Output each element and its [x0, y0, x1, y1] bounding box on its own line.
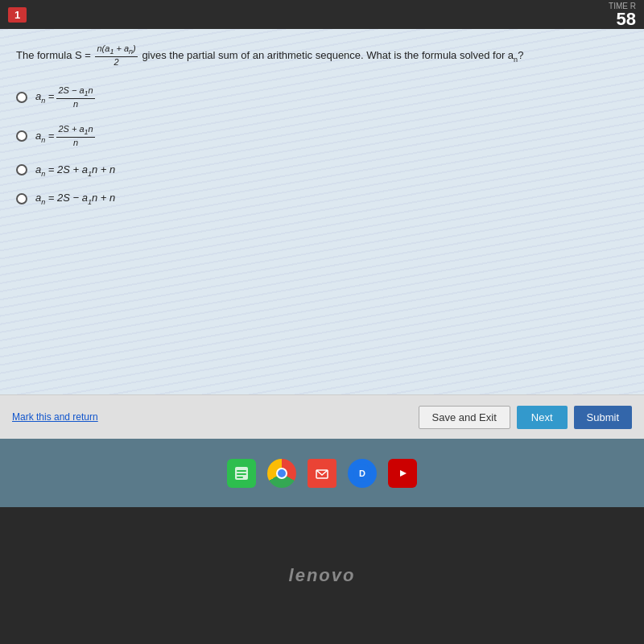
option-d-formula: an = 2S − a1n + n	[35, 192, 115, 206]
radio-a[interactable]	[16, 92, 27, 103]
options-list: an = 2S − a1n n an = 2S + a1n n	[16, 85, 628, 206]
mark-return-link[interactable]: Mark this and return	[12, 411, 98, 423]
option-c-formula: an = 2S + a1n + n	[35, 163, 115, 178]
question-area: The formula S = n(a1 + an) 2 gives the p…	[0, 29, 644, 394]
option-b-fraction: 2S + a1n n	[56, 124, 94, 148]
chrome-icon[interactable]	[267, 459, 296, 488]
radio-d[interactable]	[16, 193, 27, 204]
question-prefix: The formula S =	[16, 49, 91, 61]
radio-c[interactable]	[16, 164, 27, 175]
question-suffix: gives the partial sum of an arithmetic s…	[142, 49, 523, 61]
bottom-bar: Mark this and return Save and Exit Next …	[0, 394, 644, 439]
question-number-badge: 1	[8, 7, 27, 23]
save-exit-button[interactable]: Save and Exit	[419, 406, 510, 429]
option-c[interactable]: an = 2S + a1n + n	[16, 163, 628, 178]
timer-area: TIME R 58	[609, 2, 636, 28]
next-button[interactable]: Next	[517, 406, 568, 429]
question-text: The formula S = n(a1 + an) 2 gives the p…	[16, 43, 628, 68]
formula-denominator: 2	[113, 57, 121, 68]
formula-fraction: n(a1 + an) 2	[95, 43, 137, 68]
svg-text:D: D	[359, 469, 365, 478]
drive-icon[interactable]: D	[348, 459, 377, 488]
option-b-formula: an = 2S + a1n n	[35, 124, 97, 148]
youtube-icon[interactable]	[388, 459, 417, 488]
radio-b[interactable]	[16, 130, 27, 142]
timer-value: 58	[609, 10, 636, 28]
svg-rect-3	[237, 477, 243, 478]
gmail-icon[interactable]	[308, 459, 336, 488]
option-a-fraction: 2S − a1n n	[56, 85, 94, 109]
lenovo-logo: lenovo	[289, 565, 356, 586]
option-a[interactable]: an = 2S − a1n n	[16, 85, 628, 109]
bottom-buttons: Save and Exit Next Submit	[419, 406, 632, 429]
option-a-formula: an = 2S − a1n n	[35, 85, 97, 109]
option-b[interactable]: an = 2S + a1n n	[16, 124, 628, 148]
formula-numerator: n(a1 + an)	[95, 43, 137, 57]
laptop-body: lenovo	[0, 507, 644, 644]
files-icon[interactable]	[227, 459, 256, 488]
submit-button[interactable]: Submit	[574, 406, 632, 429]
taskbar: D	[0, 439, 644, 507]
option-d[interactable]: an = 2S − a1n + n	[16, 192, 628, 206]
svg-rect-2	[237, 473, 246, 475]
svg-rect-1	[237, 470, 246, 472]
top-bar: 1 TIME R 58	[0, 0, 644, 29]
